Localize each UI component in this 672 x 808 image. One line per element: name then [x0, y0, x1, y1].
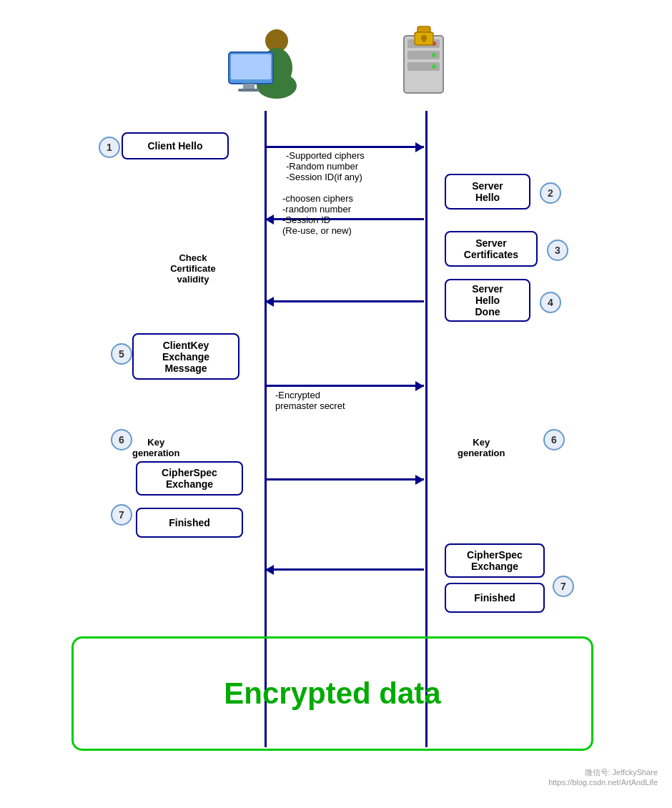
server-certificates-box: Server Certificates	[445, 231, 538, 267]
arrow-server-hello-done	[265, 300, 424, 302]
finished-client-box: Finished	[136, 508, 243, 538]
finished-server-box: Finished	[445, 583, 545, 613]
svg-point-12	[432, 53, 436, 57]
diagram-container: Client Hello 1 -Supported ciphers -Rando…	[0, 0, 672, 808]
step1-circle: 1	[99, 137, 120, 158]
svg-rect-5	[243, 84, 255, 89]
step6-client-circle: 6	[111, 429, 132, 450]
step5-circle: 5	[111, 343, 132, 365]
step4-circle: 4	[540, 292, 561, 313]
encrypted-data-label: Encrypted data	[224, 676, 440, 711]
step7-client-circle: 7	[111, 504, 132, 526]
arrow-premaster-secret	[265, 385, 424, 387]
key-gen-server-label: Key generation	[458, 426, 505, 458]
svg-rect-17	[423, 38, 425, 42]
key-gen-client-label: Key generation	[132, 426, 179, 458]
server-hello-done-box: Server Hello Done	[445, 279, 530, 322]
check-certificate-label: Check Certificate validity	[136, 242, 250, 285]
svg-rect-4	[231, 54, 271, 79]
step7-server-circle: 7	[553, 576, 574, 597]
encrypted-data-box: Encrypted data	[71, 636, 593, 751]
arrow-cipherspec-server	[265, 568, 424, 571]
client-icon	[222, 21, 307, 107]
svg-point-13	[432, 64, 436, 69]
step2-circle: 2	[540, 182, 561, 204]
cipherspec-exchange-server-box: CipherSpec Exchange	[445, 543, 545, 578]
cipherspec-exchange-client-box: CipherSpec Exchange	[136, 461, 243, 496]
arrow1-annotation: -Supported ciphers -Random number -Sessi…	[286, 150, 365, 182]
arrow-client-hello	[265, 146, 424, 148]
arrow5-annotation: -Encrypted premaster secret	[275, 390, 345, 411]
server-icon	[382, 21, 468, 107]
arrow2-annotation: -choosen ciphers -random number -Session…	[282, 193, 353, 236]
watermark: 微信号: JeffckyShare https://blog.csdn.net/…	[548, 767, 658, 787]
step6-server-circle: 6	[543, 429, 565, 450]
client-hello-box: Client Hello	[122, 132, 229, 159]
svg-rect-6	[238, 89, 260, 92]
arrow-cipherspec-client	[265, 478, 424, 481]
server-hello-box: Server Hello	[445, 174, 530, 210]
clientkey-exchange-box: ClientKey Exchange Message	[132, 333, 239, 380]
step3-circle: 3	[547, 240, 568, 261]
